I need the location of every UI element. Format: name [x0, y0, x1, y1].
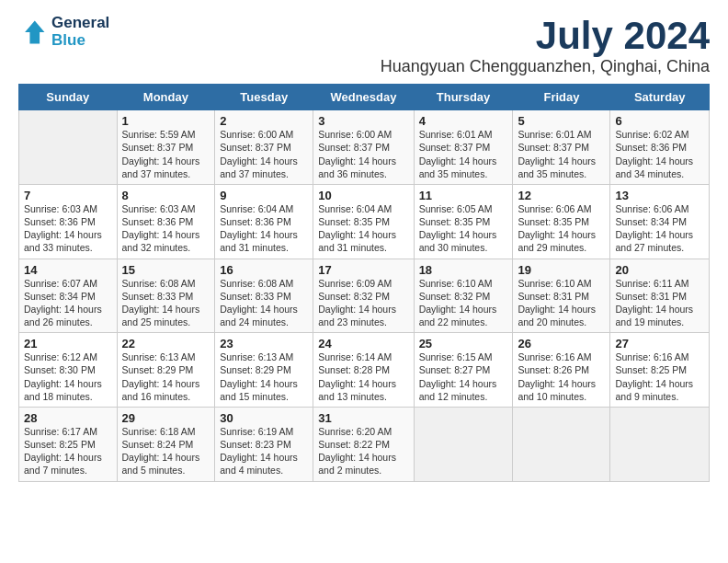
- cell-sunrise: Sunrise: 6:05 AM: [419, 202, 508, 215]
- cell-daylight: Daylight: 14 hours and 2 minutes.: [318, 451, 408, 477]
- cell-sunset: Sunset: 8:28 PM: [318, 363, 408, 376]
- cell-details: Sunrise: 6:03 AMSunset: 8:36 PMDaylight:…: [24, 202, 112, 255]
- cell-day-number: 21: [24, 337, 37, 350]
- cell-daylight: Daylight: 14 hours and 37 minutes.: [220, 155, 308, 180]
- calendar-cell: 12Sunrise: 6:06 AMSunset: 8:35 PMDayligh…: [513, 184, 610, 259]
- cell-day-number: 4: [419, 114, 426, 128]
- cell-sunrise: Sunrise: 6:01 AM: [518, 128, 605, 141]
- cell-sunrise: Sunrise: 6:17 AM: [24, 425, 112, 438]
- cell-sunset: Sunset: 8:31 PM: [615, 290, 704, 303]
- cell-sunrise: Sunrise: 5:59 AM: [122, 128, 210, 141]
- cell-sunrise: Sunrise: 6:08 AM: [122, 277, 210, 290]
- calendar-cell: 1Sunrise: 5:59 AMSunset: 8:37 PMDaylight…: [117, 110, 215, 185]
- cell-sunrise: Sunrise: 6:03 AM: [24, 202, 112, 215]
- cell-sunset: Sunset: 8:29 PM: [122, 363, 210, 376]
- cell-day-number: 27: [615, 337, 628, 350]
- cell-sunset: Sunset: 8:23 PM: [220, 438, 308, 451]
- calendar-cell: 22Sunrise: 6:13 AMSunset: 8:29 PMDayligh…: [117, 333, 215, 408]
- cell-sunset: Sunset: 8:26 PM: [518, 363, 605, 376]
- cell-sunrise: Sunrise: 6:04 AM: [318, 202, 408, 215]
- cell-details: Sunrise: 6:16 AMSunset: 8:25 PMDaylight:…: [615, 350, 704, 403]
- cell-details: Sunrise: 6:08 AMSunset: 8:33 PMDaylight:…: [122, 277, 210, 329]
- cell-sunset: Sunset: 8:36 PM: [220, 215, 308, 228]
- cell-day-number: 25: [419, 337, 432, 350]
- cell-sunset: Sunset: 8:32 PM: [318, 290, 408, 303]
- calendar-cell: 2Sunrise: 6:00 AMSunset: 8:37 PMDaylight…: [215, 110, 313, 185]
- cell-sunrise: Sunrise: 6:13 AM: [220, 350, 308, 363]
- cell-daylight: Daylight: 14 hours and 33 minutes.: [24, 228, 112, 254]
- cell-sunrise: Sunrise: 6:06 AM: [615, 202, 704, 215]
- cell-sunrise: Sunrise: 6:02 AM: [615, 128, 704, 141]
- calendar-cell: 24Sunrise: 6:14 AMSunset: 8:28 PMDayligh…: [313, 333, 414, 408]
- cell-day-number: 17: [318, 263, 331, 277]
- calendar-cell: 23Sunrise: 6:13 AMSunset: 8:29 PMDayligh…: [215, 333, 313, 408]
- cell-daylight: Daylight: 14 hours and 7 minutes.: [24, 451, 112, 477]
- cell-day-number: 6: [615, 114, 621, 128]
- cell-day-number: 3: [318, 114, 324, 128]
- col-header-monday: Monday: [117, 85, 215, 110]
- cell-daylight: Daylight: 14 hours and 22 minutes.: [419, 303, 508, 328]
- cell-details: Sunrise: 6:15 AMSunset: 8:27 PMDaylight:…: [419, 350, 508, 403]
- calendar-cell: 26Sunrise: 6:16 AMSunset: 8:26 PMDayligh…: [513, 333, 610, 408]
- cell-details: Sunrise: 6:08 AMSunset: 8:33 PMDaylight:…: [220, 277, 308, 329]
- cell-daylight: Daylight: 14 hours and 25 minutes.: [122, 303, 210, 328]
- cell-details: Sunrise: 6:17 AMSunset: 8:25 PMDaylight:…: [24, 425, 112, 477]
- cell-sunrise: Sunrise: 6:06 AM: [518, 202, 605, 215]
- cell-sunrise: Sunrise: 6:13 AM: [122, 350, 210, 363]
- cell-details: Sunrise: 6:09 AMSunset: 8:32 PMDaylight:…: [318, 277, 408, 329]
- calendar-cell: 5Sunrise: 6:01 AMSunset: 8:37 PMDaylight…: [513, 110, 610, 185]
- col-header-tuesday: Tuesday: [215, 85, 313, 110]
- cell-sunset: Sunset: 8:34 PM: [615, 215, 704, 228]
- cell-details: Sunrise: 6:18 AMSunset: 8:24 PMDaylight:…: [122, 425, 210, 477]
- cell-daylight: Daylight: 14 hours and 32 minutes.: [122, 228, 210, 254]
- cell-day-number: 16: [220, 263, 233, 277]
- calendar-week-row: 14Sunrise: 6:07 AMSunset: 8:34 PMDayligh…: [19, 259, 710, 333]
- cell-sunrise: Sunrise: 6:00 AM: [318, 128, 408, 141]
- cell-day-number: 8: [122, 189, 129, 202]
- cell-sunrise: Sunrise: 6:16 AM: [518, 350, 605, 363]
- cell-sunset: Sunset: 8:30 PM: [24, 363, 112, 376]
- cell-daylight: Daylight: 14 hours and 4 minutes.: [220, 451, 308, 477]
- calendar-cell: 16Sunrise: 6:08 AMSunset: 8:33 PMDayligh…: [215, 259, 313, 333]
- cell-day-number: 28: [24, 411, 37, 425]
- cell-sunset: Sunset: 8:25 PM: [24, 438, 112, 451]
- cell-day-number: 2: [220, 114, 226, 128]
- cell-day-number: 18: [419, 263, 432, 277]
- cell-daylight: Daylight: 14 hours and 36 minutes.: [318, 155, 408, 180]
- cell-daylight: Daylight: 14 hours and 9 minutes.: [615, 377, 704, 403]
- logo-text-general: General: [51, 15, 109, 32]
- col-header-wednesday: Wednesday: [313, 85, 414, 110]
- cell-details: Sunrise: 6:05 AMSunset: 8:35 PMDaylight:…: [419, 202, 508, 255]
- cell-sunrise: Sunrise: 6:03 AM: [122, 202, 210, 215]
- cell-sunset: Sunset: 8:37 PM: [518, 141, 605, 154]
- cell-details: Sunrise: 6:10 AMSunset: 8:31 PMDaylight:…: [518, 277, 605, 329]
- cell-sunset: Sunset: 8:37 PM: [220, 141, 308, 154]
- cell-sunset: Sunset: 8:37 PM: [318, 141, 408, 154]
- cell-details: Sunrise: 6:01 AMSunset: 8:37 PMDaylight:…: [419, 128, 508, 180]
- cell-day-number: 15: [122, 263, 135, 277]
- cell-details: Sunrise: 6:13 AMSunset: 8:29 PMDaylight:…: [122, 350, 210, 403]
- calendar-table: SundayMondayTuesdayWednesdayThursdayFrid…: [18, 84, 710, 481]
- cell-day-number: 10: [318, 189, 331, 202]
- calendar-cell: 4Sunrise: 6:01 AMSunset: 8:37 PMDaylight…: [414, 110, 513, 185]
- cell-day-number: 5: [518, 114, 524, 128]
- cell-sunset: Sunset: 8:37 PM: [419, 141, 508, 154]
- calendar-cell: 9Sunrise: 6:04 AMSunset: 8:36 PMDaylight…: [215, 184, 313, 259]
- cell-sunset: Sunset: 8:35 PM: [518, 215, 605, 228]
- cell-day-number: 14: [24, 263, 37, 277]
- calendar-cell: [610, 407, 710, 481]
- calendar-week-row: 21Sunrise: 6:12 AMSunset: 8:30 PMDayligh…: [19, 333, 710, 408]
- cell-daylight: Daylight: 14 hours and 30 minutes.: [419, 228, 508, 254]
- cell-daylight: Daylight: 14 hours and 24 minutes.: [220, 303, 308, 328]
- cell-details: Sunrise: 6:00 AMSunset: 8:37 PMDaylight:…: [318, 128, 408, 180]
- col-header-saturday: Saturday: [610, 85, 710, 110]
- cell-sunset: Sunset: 8:35 PM: [419, 215, 508, 228]
- cell-sunrise: Sunrise: 6:08 AM: [220, 277, 308, 290]
- cell-details: Sunrise: 6:02 AMSunset: 8:36 PMDaylight:…: [615, 128, 704, 180]
- cell-details: Sunrise: 5:59 AMSunset: 8:37 PMDaylight:…: [122, 128, 210, 180]
- title-section: July 2024 Huangyuan Chengguanzhen, Qingh…: [381, 15, 710, 76]
- cell-sunrise: Sunrise: 6:07 AM: [24, 277, 112, 290]
- cell-sunset: Sunset: 8:29 PM: [220, 363, 308, 376]
- cell-daylight: Daylight: 14 hours and 16 minutes.: [122, 377, 210, 403]
- cell-daylight: Daylight: 14 hours and 20 minutes.: [518, 303, 605, 328]
